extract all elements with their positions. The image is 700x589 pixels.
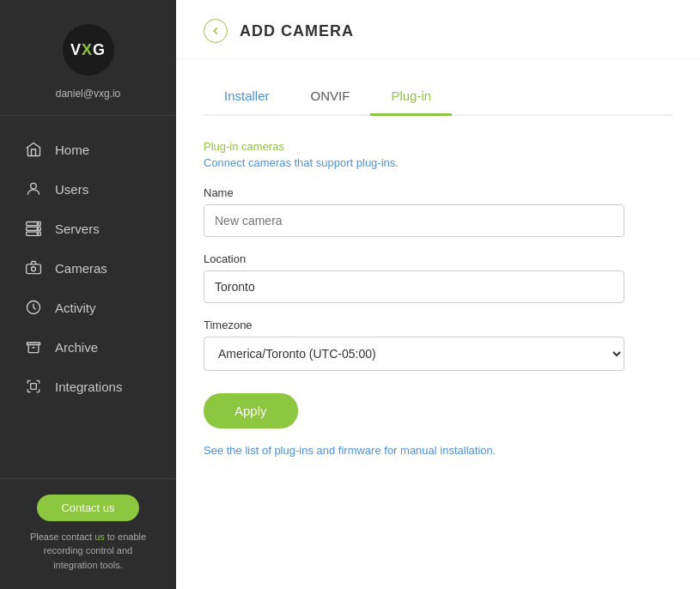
name-input[interactable]	[204, 204, 624, 237]
svg-point-6	[37, 233, 39, 234]
sidebar-item-servers-label: Servers	[55, 222, 100, 236]
sidebar-logo-area: VXG daniel@vxg.io	[0, 0, 176, 116]
svg-point-8	[32, 267, 36, 271]
archive-icon	[24, 337, 43, 356]
logo-text: VXG	[70, 41, 106, 59]
footer-text: Please contact us to enablerecording con…	[30, 530, 146, 573]
page-header: ADD CAMERA	[176, 0, 700, 59]
svg-point-0	[31, 183, 37, 189]
main-body: Installer ONVIF Plug-in Plug-in cameras …	[176, 59, 700, 589]
location-input[interactable]	[204, 270, 624, 303]
sidebar-item-servers[interactable]: Servers	[0, 209, 176, 248]
svg-rect-7	[27, 264, 41, 274]
location-field-group: Location	[204, 252, 673, 303]
sidebar-item-archive-label: Archive	[55, 340, 98, 355]
footer-link[interactable]: us	[94, 531, 105, 542]
sidebar-item-archive[interactable]: Archive	[0, 327, 176, 367]
timezone-field-group: Timezone America/Toronto (UTC-05:00)Amer…	[204, 319, 673, 371]
user-email: daniel@vxg.io	[56, 88, 121, 100]
sidebar-nav: Home Users Servers Cameras	[0, 116, 176, 478]
sidebar-item-integrations-label: Integrations	[55, 380, 122, 394]
activity-icon	[24, 298, 43, 317]
section-desc-before: Connect cameras that support	[204, 156, 356, 169]
sidebar-item-cameras-label: Cameras	[55, 261, 107, 276]
section-desc: Connect cameras that support plug-ins.	[204, 156, 673, 169]
main-content: ADD CAMERA Installer ONVIF Plug-in Plug-…	[176, 0, 700, 589]
sidebar: VXG daniel@vxg.io Home Users Servers	[0, 0, 176, 589]
apply-button[interactable]: Apply	[204, 393, 298, 428]
tab-onvif[interactable]: ONVIF	[290, 80, 371, 116]
integrations-icon	[24, 377, 43, 396]
tab-installer[interactable]: Installer	[204, 80, 290, 116]
sidebar-item-activity-label: Activity	[55, 301, 96, 315]
sidebar-item-users-label: Users	[55, 182, 88, 197]
contact-us-button[interactable]: Contact us	[37, 495, 138, 521]
location-label: Location	[204, 252, 673, 265]
sidebar-footer: Contact us Please contact us to enablere…	[0, 478, 176, 590]
server-icon	[24, 219, 43, 238]
back-button[interactable]	[204, 19, 228, 43]
page-title: ADD CAMERA	[240, 22, 354, 40]
sidebar-item-users[interactable]: Users	[0, 169, 176, 209]
section-desc-link: plug-ins	[356, 156, 396, 169]
sidebar-item-activity[interactable]: Activity	[0, 288, 176, 327]
section-desc-after: .	[395, 156, 399, 169]
user-icon	[24, 179, 43, 198]
tab-plugin[interactable]: Plug-in	[370, 80, 452, 116]
name-label: Name	[204, 186, 673, 199]
sidebar-item-cameras[interactable]: Cameras	[0, 248, 176, 288]
camera-icon	[24, 258, 43, 277]
home-icon	[24, 140, 43, 159]
bottom-link[interactable]: See the list of plug-ins and firmware fo…	[204, 444, 496, 457]
sidebar-item-integrations[interactable]: Integrations	[0, 367, 176, 406]
name-field-group: Name	[204, 186, 673, 237]
timezone-select[interactable]: America/Toronto (UTC-05:00)America/New_Y…	[204, 337, 624, 371]
sidebar-item-home[interactable]: Home	[0, 130, 176, 169]
svg-point-5	[37, 228, 39, 230]
logo-circle: VXG	[63, 24, 114, 76]
footer-text-before: Please contact	[30, 531, 94, 542]
section-label: Plug-in cameras	[204, 140, 673, 153]
timezone-label: Timezone	[204, 319, 673, 331]
tab-bar: Installer ONVIF Plug-in	[204, 80, 673, 116]
sidebar-item-home-label: Home	[55, 143, 89, 157]
svg-point-4	[37, 223, 39, 225]
svg-rect-10	[31, 384, 37, 390]
